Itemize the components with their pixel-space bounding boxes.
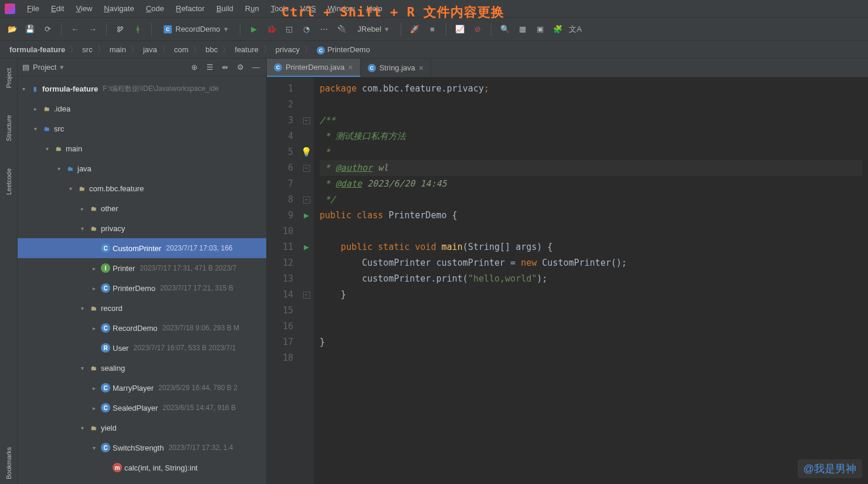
code-line[interactable] [320,97,862,113]
code-line[interactable] [320,319,862,334]
structure-icon[interactable]: ▦ [516,23,529,36]
menu-refactor[interactable]: Refactor [170,2,211,15]
commit-icon[interactable] [131,23,144,36]
line-number[interactable]: 11 [267,239,293,255]
breadcrumb-item[interactable]: CPrinterDemo [314,44,372,56]
project-view-select[interactable]: ▤ Project ▾ [22,63,64,72]
breadcrumb-item[interactable]: formula-feature [7,44,67,55]
tree-row[interactable]: ▾🖿src [18,119,266,138]
code-line[interactable]: /** [320,113,862,128]
stop-icon[interactable]: ■ [426,23,439,36]
editor-tab[interactable]: CString.java× [361,59,432,77]
code-line[interactable] [320,350,862,366]
more-run-icon[interactable]: ⋯ [318,23,331,36]
bulb-icon[interactable]: 💡 [301,144,312,160]
breadcrumb-item[interactable]: java [141,44,160,55]
line-number[interactable]: 18 [267,350,293,366]
fold-icon[interactable]: − [303,292,310,299]
run-gutter-icon[interactable]: ▶ [304,208,309,224]
code-line[interactable]: package com.bbc.feature.privacy; [320,81,862,97]
activity-icon[interactable]: 📈 [453,23,466,36]
collapse-all-icon[interactable]: ⇹ [222,63,231,72]
project-tree[interactable]: ▾ ▮ formula-feature F:\编程数据\IDE\Java\wor… [18,76,266,484]
tree-row[interactable]: ▸IPrinter2023/7/17 17:31, 471 B 2023/7 [18,258,266,278]
jrebel-select[interactable]: JRebel ▾ [353,25,394,33]
select-opened-icon[interactable]: ⊕ [191,63,201,72]
menu-run[interactable]: Run [239,2,265,15]
tree-row[interactable]: ▸🖿other [18,198,266,218]
line-number[interactable]: 5 [267,144,293,160]
branch-icon[interactable] [114,23,127,36]
gradle-icon[interactable]: ▣ [534,23,547,36]
editor-tab[interactable]: CPrinterDemo.java× [267,59,361,77]
tree-row[interactable]: ▾CSwitchStrength2023/7/17 17:32, 1.4 [18,438,266,458]
menu-vcs[interactable]: VCS [294,2,322,15]
line-number[interactable]: 17 [267,334,293,350]
code-line[interactable]: public static void main(String[] args) { [320,239,862,255]
fold-icon[interactable]: − [303,197,310,204]
profile-icon[interactable]: ◔ [300,23,313,36]
line-number[interactable]: 6 [267,160,293,176]
code-line[interactable]: * @author wl [320,160,862,176]
menu-navigate[interactable]: Navigate [98,2,140,15]
breadcrumb-item[interactable]: feature [232,44,260,55]
menu-view[interactable]: View [70,2,98,15]
code-line[interactable]: * 测试接口私有方法 [320,128,862,144]
coverage-icon[interactable]: ◱ [283,23,296,36]
tree-root[interactable]: ▾ ▮ formula-feature F:\编程数据\IDE\Java\wor… [18,79,266,99]
tree-row[interactable]: ▾🖿privacy [18,218,266,238]
fold-icon[interactable]: − [303,117,310,124]
code-line[interactable]: CustomPrinter customPrinter = new Custom… [320,255,862,271]
code-line[interactable]: * [320,144,862,160]
line-number[interactable]: 14 [267,287,293,303]
code-line[interactable]: */ [320,192,862,208]
breadcrumb-item[interactable]: privacy [273,44,302,55]
tree-row[interactable]: ▾🖿main [18,138,266,158]
line-number[interactable]: 2 [267,97,293,113]
code-line[interactable] [320,224,862,239]
attach-icon[interactable]: 🔌 [335,23,348,36]
side-tab-bookmarks[interactable]: Bookmarks [5,442,12,484]
tree-row[interactable]: ▸CMarryPlayer2023/5/29 16:44, 780 B 2 [18,378,266,398]
tree-row[interactable]: ▾🖿java [18,158,266,178]
tree-row[interactable]: ▸CRecordDemo2023/7/18 9:06, 293 B M [18,318,266,338]
sync-icon[interactable]: ⟳ [41,23,54,36]
side-tab-leetcode[interactable]: Leetcode [5,164,12,199]
no-entry-icon[interactable]: ⊘ [471,23,484,36]
tree-row[interactable]: mcalc(int, int, String):int [18,458,266,478]
tree-row[interactable]: ▾🖿com.bbc.feature [18,178,266,198]
jr-rocket-icon[interactable]: 🚀 [408,23,421,36]
close-icon[interactable]: × [348,63,352,72]
open-icon[interactable]: 📂 [6,23,19,36]
code-line[interactable]: } [320,287,862,303]
run-config-select[interactable]: C RecordDemo ▾ [159,25,233,33]
line-number[interactable]: 16 [267,319,293,334]
plugin-icon[interactable]: 🧩 [551,23,564,36]
search-icon[interactable]: 🔍 [499,23,511,36]
breadcrumb-item[interactable]: bbc [203,44,220,55]
line-number[interactable]: 10 [267,224,293,239]
code-line[interactable]: * @date 2023/6/20 14:45 [320,176,862,192]
breadcrumb-item[interactable]: main [107,44,128,55]
run-gutter-icon[interactable]: ▶ [304,239,309,255]
code-editor[interactable]: package com.bbc.feature.privacy; /** * 测… [314,77,868,484]
side-tab-project[interactable]: Project [5,63,12,93]
breadcrumb-item[interactable]: com [172,44,191,55]
save-all-icon[interactable]: 💾 [23,23,36,36]
menu-help[interactable]: Help [361,2,388,15]
line-number[interactable]: 15 [267,303,293,319]
tree-row[interactable]: ▾🖿sealing [18,358,266,378]
hide-icon[interactable]: — [252,63,262,72]
back-icon[interactable]: ← [69,23,82,36]
code-line[interactable] [320,303,862,319]
fold-icon[interactable]: − [303,165,310,172]
translate-icon[interactable]: 文A [569,23,582,36]
menu-code[interactable]: Code [140,2,170,15]
breadcrumb-item[interactable]: src [80,44,94,55]
side-tab-structure[interactable]: Structure [5,110,12,146]
line-number[interactable]: 13 [267,271,293,287]
expand-all-icon[interactable]: ☰ [206,63,216,72]
line-number[interactable]: 4 [267,128,293,144]
menu-window[interactable]: Window [322,2,361,15]
line-number[interactable]: 1 [267,81,293,97]
